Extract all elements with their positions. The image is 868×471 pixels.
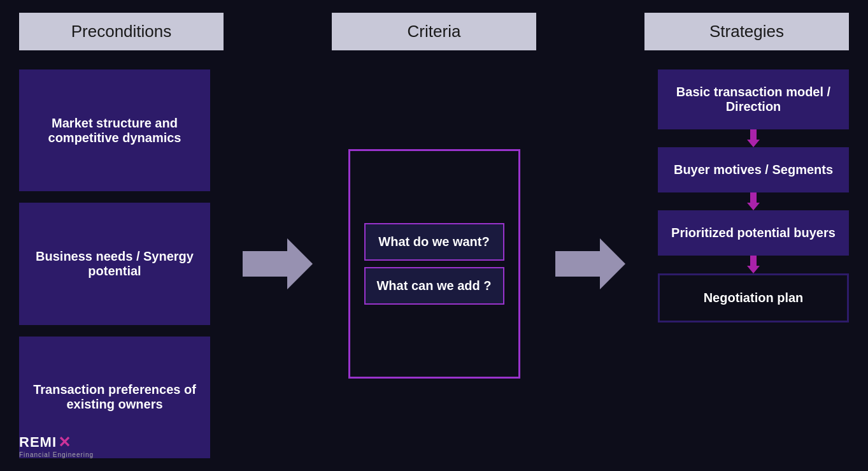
criteria-what-want-label: What do we want? [378, 235, 489, 249]
svg-marker-0 [243, 238, 313, 289]
criteria-what-add-label: What can we add ? [376, 279, 491, 293]
down-arrow-3 [658, 256, 849, 273]
header-row: Preconditions Criteria Strategies [19, 13, 849, 50]
down-arrow-1-icon [747, 129, 760, 147]
precondition-market-structure: Market structure and competitive dynamic… [19, 69, 210, 191]
header-preconditions-label: Preconditions [71, 22, 172, 41]
strategy-prioritized-buyers: Prioritized potential buyers [658, 210, 849, 256]
main-container: Preconditions Criteria Strategies Market… [0, 0, 868, 471]
svg-marker-3 [747, 192, 760, 210]
precondition-business-needs-label: Business needs / Synergy potential [32, 249, 197, 279]
content-row: Market structure and competitive dynamic… [19, 69, 849, 458]
logo-area: REMI ✕ Financial Engineering [19, 433, 94, 458]
strategy-buyer-motives-label: Buyer motives / Segments [674, 163, 833, 177]
strategy-negotiation-plan-label: Negotiation plan [704, 291, 804, 305]
logo-sub: Financial Engineering [19, 451, 94, 458]
svg-marker-1 [555, 238, 625, 289]
precondition-market-structure-label: Market structure and competitive dynamic… [32, 116, 197, 145]
strategy-basic-transaction-label: Basic transaction model / Direction [671, 85, 836, 114]
left-arrow-col [236, 69, 319, 458]
down-arrow-2 [658, 192, 849, 210]
right-arrow-col [549, 69, 632, 458]
preconditions-col: Market structure and competitive dynamic… [19, 69, 210, 458]
strategy-buyer-motives: Buyer motives / Segments [658, 147, 849, 192]
down-arrow-3-icon [747, 256, 760, 273]
down-arrow-1 [658, 129, 849, 147]
criteria-what-want: What do we want? [364, 223, 504, 261]
logo-text: REMI [19, 434, 57, 451]
criteria-col: What do we want? What can we add ? [345, 69, 523, 458]
header-criteria-label: Criteria [408, 22, 461, 41]
criteria-what-add: What can we add ? [364, 267, 504, 305]
svg-marker-4 [747, 256, 760, 273]
header-criteria: Criteria [332, 13, 536, 50]
logo-x-icon: ✕ [58, 433, 71, 451]
svg-marker-2 [747, 129, 760, 147]
header-preconditions: Preconditions [19, 13, 224, 50]
strategy-basic-transaction: Basic transaction model / Direction [658, 69, 849, 129]
precondition-business-needs: Business needs / Synergy potential [19, 203, 210, 324]
strategy-prioritized-buyers-label: Prioritized potential buyers [671, 226, 836, 240]
left-arrow-icon [243, 238, 313, 289]
criteria-outer-box: What do we want? What can we add ? [348, 149, 520, 379]
header-strategies-label: Strategies [709, 22, 784, 41]
header-strategies: Strategies [644, 13, 849, 50]
down-arrow-2-icon [747, 192, 760, 210]
right-arrow-icon [555, 238, 625, 289]
strategies-col: Basic transaction model / Direction Buye… [658, 69, 849, 458]
strategy-negotiation-plan: Negotiation plan [658, 273, 849, 322]
precondition-transaction-preferences-label: Transaction preferences of existing owne… [32, 382, 197, 412]
